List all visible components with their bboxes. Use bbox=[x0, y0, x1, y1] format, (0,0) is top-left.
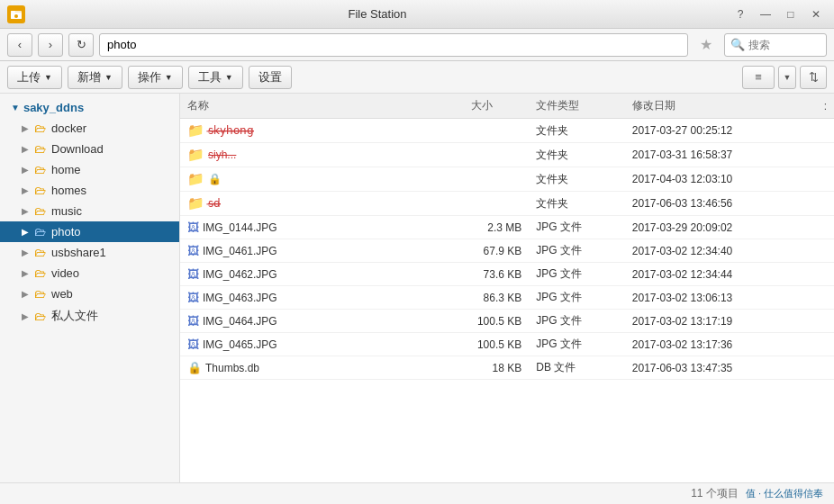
file-name-cell: 📁 s̶d̶ bbox=[187, 195, 457, 212]
image-file-icon: 🖼 bbox=[187, 267, 199, 281]
file-name: IMG_0463.JPG bbox=[203, 292, 277, 304]
arrow-down-icon: ▼ bbox=[11, 103, 20, 112]
table-row[interactable]: 🖼 IMG_0461.JPG 67.9 KB JPG 文件 2017-03-02… bbox=[180, 239, 834, 263]
sort-button[interactable]: ⇅ bbox=[800, 66, 827, 89]
file-more bbox=[817, 286, 834, 310]
sidebar-item-docker[interactable]: ▶ 🗁 docker bbox=[0, 118, 179, 139]
file-name: 🔒 bbox=[208, 173, 222, 185]
sidebar-item-web[interactable]: ▶ 🗁 web bbox=[0, 284, 179, 304]
sidebar-item-home[interactable]: ▶ 🗁 home bbox=[0, 159, 179, 180]
sidebar-root[interactable]: ▼ saky_ddns bbox=[0, 97, 179, 118]
list-view-button[interactable]: ≡ bbox=[742, 66, 775, 89]
arrow-icon: ▶ bbox=[22, 185, 29, 195]
window-title: File Station bbox=[348, 7, 406, 21]
table-row[interactable]: 🔒 Thumbs.db 18 KB DB 文件 2017-06-03 13:47… bbox=[180, 356, 834, 380]
sidebar-item-download[interactable]: ▶ 🗁 Download bbox=[0, 139, 179, 159]
file-date: 2017-03-02 12:34:40 bbox=[625, 239, 817, 263]
file-size: 67.9 KB bbox=[464, 239, 529, 263]
file-size: 86.3 KB bbox=[464, 286, 529, 310]
forward-button[interactable]: › bbox=[38, 33, 63, 57]
file-more bbox=[817, 192, 834, 216]
table-row[interactable]: 📁 🔒 文件夹 2017-04-03 12:03:10 bbox=[180, 167, 834, 192]
file-more bbox=[817, 239, 834, 263]
file-type: JPG 文件 bbox=[529, 216, 625, 239]
file-name: Thumbs.db bbox=[205, 362, 259, 374]
arrow-icon: ▶ bbox=[22, 268, 29, 278]
arrow-icon: ▶ bbox=[22, 123, 29, 133]
bookmark-button[interactable]: ★ bbox=[693, 33, 719, 57]
col-header-type[interactable]: 文件类型 bbox=[529, 94, 625, 119]
file-name: IMG_0464.JPG bbox=[203, 315, 277, 328]
help-btn[interactable]: ? bbox=[730, 5, 751, 23]
file-date: 2017-03-27 00:25:12 bbox=[625, 119, 817, 143]
col-header-date[interactable]: 修改日期 bbox=[625, 94, 817, 119]
search-input[interactable] bbox=[748, 39, 820, 51]
svg-point-3 bbox=[14, 14, 18, 18]
view-more-button[interactable]: ▼ bbox=[778, 66, 796, 89]
sidebar-label: web bbox=[51, 287, 73, 301]
upload-button[interactable]: 上传 ▼ bbox=[7, 66, 62, 89]
table-row[interactable]: 📁 s̶d̶ 文件夹 2017-06-03 13:46:56 bbox=[180, 192, 834, 216]
file-name-cell: 🔒 Thumbs.db bbox=[187, 361, 457, 374]
file-more bbox=[817, 356, 834, 380]
close-btn[interactable]: ✕ bbox=[805, 5, 827, 23]
back-button[interactable]: ‹ bbox=[7, 33, 32, 57]
maximize-btn[interactable]: □ bbox=[780, 5, 802, 23]
file-more bbox=[817, 119, 834, 143]
image-file-icon: 🖼 bbox=[187, 338, 199, 351]
sidebar-item-private[interactable]: ▶ 🗁 私人文件 bbox=[0, 304, 179, 328]
minimize-btn[interactable]: — bbox=[755, 5, 776, 23]
folder-icon: 📁 bbox=[187, 195, 204, 212]
search-box: 🔍 bbox=[724, 33, 827, 57]
table-row[interactable]: 🖼 IMG_0465.JPG 100.5 KB JPG 文件 2017-03-0… bbox=[180, 333, 834, 356]
file-date: 2017-06-03 13:46:56 bbox=[625, 192, 817, 216]
table-row[interactable]: 📁 siyh... 文件夹 2017-03-31 16:58:37 bbox=[180, 143, 834, 167]
sidebar-item-music[interactable]: ▶ 🗁 music bbox=[0, 201, 179, 221]
refresh-button[interactable]: ↻ bbox=[68, 33, 94, 57]
file-date: 2017-03-02 13:17:19 bbox=[625, 310, 817, 333]
col-header-name[interactable]: 名称 bbox=[180, 94, 464, 119]
file-size: 100.5 KB bbox=[464, 333, 529, 356]
file-name: siyh... bbox=[208, 148, 236, 161]
action-button[interactable]: 操作 ▼ bbox=[128, 66, 183, 89]
file-list: 名称 大小 文件类型 修改日期 : 📁 s̶k̶y̶h̶o̶n̶g̶ 文件夹 2… bbox=[180, 94, 834, 482]
folder-icon: 🗁 bbox=[34, 266, 46, 280]
table-row[interactable]: 🖼 IMG_0462.JPG 73.6 KB JPG 文件 2017-03-02… bbox=[180, 263, 834, 286]
chevron-down-icon: ▼ bbox=[225, 73, 233, 82]
arrow-icon: ▶ bbox=[22, 144, 29, 154]
image-file-icon: 🖼 bbox=[187, 314, 199, 328]
file-size: 2.3 MB bbox=[464, 216, 529, 239]
file-type: JPG 文件 bbox=[529, 263, 625, 286]
sidebar-label: Download bbox=[51, 142, 104, 156]
sidebar-label: photo bbox=[51, 225, 81, 238]
file-name: IMG_0462.JPG bbox=[203, 268, 277, 281]
toolbar: 上传 ▼ 新增 ▼ 操作 ▼ 工具 ▼ 设置 ≡ ▼ ⇅ bbox=[0, 61, 834, 94]
col-header-size[interactable]: 大小 bbox=[464, 94, 529, 119]
folder-icon: 🗁 bbox=[34, 184, 46, 197]
file-size: 73.6 KB bbox=[464, 263, 529, 286]
chevron-down-icon: ▼ bbox=[104, 73, 113, 82]
table-row[interactable]: 🖼 IMG_0464.JPG 100.5 KB JPG 文件 2017-03-0… bbox=[180, 310, 834, 333]
file-type: 文件夹 bbox=[529, 192, 625, 216]
new-button[interactable]: 新增 ▼ bbox=[68, 66, 122, 89]
sidebar-item-photo[interactable]: ▶ 🗁 photo bbox=[0, 221, 179, 242]
file-date: 2017-04-03 12:03:10 bbox=[625, 167, 817, 192]
file-type: JPG 文件 bbox=[529, 310, 625, 333]
arrow-icon: ▶ bbox=[22, 289, 29, 299]
sidebar-item-video[interactable]: ▶ 🗁 video bbox=[0, 263, 179, 284]
tools-button[interactable]: 工具 ▼ bbox=[188, 66, 243, 89]
file-name: s̶d̶ bbox=[208, 197, 221, 210]
table-row[interactable]: 🖼 IMG_0144.JPG 2.3 MB JPG 文件 2017-03-29 … bbox=[180, 216, 834, 239]
table-row[interactable]: 📁 s̶k̶y̶h̶o̶n̶g̶ 文件夹 2017-03-27 00:25:12 bbox=[180, 119, 834, 143]
folder-icon: 🗁 bbox=[34, 225, 46, 238]
sidebar-label: docker bbox=[51, 122, 86, 135]
sidebar-label: usbshare1 bbox=[51, 246, 106, 259]
sidebar-item-usbshare[interactable]: ▶ 🗁 usbshare1 bbox=[0, 242, 179, 263]
settings-button[interactable]: 设置 bbox=[249, 66, 292, 89]
sidebar-item-homes[interactable]: ▶ 🗁 homes bbox=[0, 180, 179, 201]
table-row[interactable]: 🖼 IMG_0463.JPG 86.3 KB JPG 文件 2017-03-02… bbox=[180, 286, 834, 310]
file-size bbox=[464, 192, 529, 216]
file-size: 100.5 KB bbox=[464, 310, 529, 333]
path-input[interactable] bbox=[99, 33, 688, 57]
file-size: 18 KB bbox=[464, 356, 529, 380]
